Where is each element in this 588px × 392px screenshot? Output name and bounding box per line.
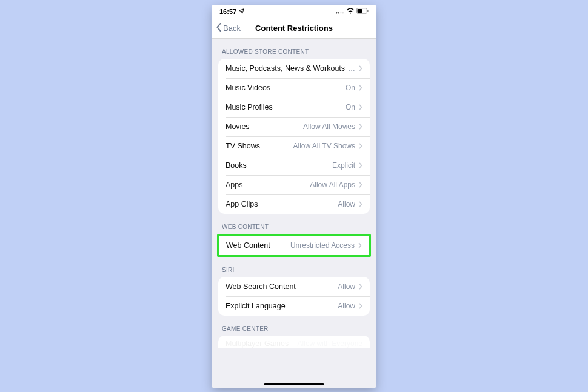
row-label: Music Profiles xyxy=(226,103,273,111)
section-header-allowed: ALLOWED STORE CONTENT xyxy=(212,39,376,59)
allowed-row-3[interactable]: MoviesAllow All Movies xyxy=(218,117,370,136)
row-label: Apps xyxy=(226,181,243,189)
row-value: Allow xyxy=(338,302,355,310)
home-indicator[interactable] xyxy=(264,383,324,385)
chevron-right-icon xyxy=(359,201,362,207)
content-scroll[interactable]: ALLOWED STORE CONTENT Music, Podcasts, N… xyxy=(212,39,376,388)
chevron-right-icon xyxy=(359,104,362,110)
row-multiplayer-games[interactable]: Multiplayer Games Allow with Everyone xyxy=(218,336,370,348)
allowed-row-7[interactable]: App ClipsAllow xyxy=(218,194,370,214)
row-label: Multiplayer Games xyxy=(226,339,289,348)
chevron-right-icon xyxy=(358,242,362,248)
allowed-row-2[interactable]: Music ProfilesOn xyxy=(218,98,370,117)
allowed-row-0[interactable]: Music, Podcasts, News & Workouts… xyxy=(218,59,370,78)
row-label: Web Search Content xyxy=(226,282,296,291)
allowed-row-5[interactable]: BooksExplicit xyxy=(218,156,370,175)
row-label: Music Videos xyxy=(226,84,270,92)
chevron-right-icon xyxy=(359,284,362,290)
svg-point-1 xyxy=(338,12,339,13)
row-label: TV Shows xyxy=(226,142,260,150)
row-label: Web Content xyxy=(226,241,270,250)
wifi-icon xyxy=(347,8,354,15)
chevron-right-icon xyxy=(359,162,362,168)
row-value: Allow xyxy=(338,282,355,291)
row-value: On xyxy=(346,103,355,111)
svg-point-0 xyxy=(336,12,337,13)
row-value: … xyxy=(348,64,355,73)
allowed-row-1[interactable]: Music VideosOn xyxy=(218,78,370,98)
siri-row-1[interactable]: Explicit LanguageAllow xyxy=(218,296,370,316)
group-allowed-store-content: Music, Podcasts, News & Workouts…Music V… xyxy=(218,59,370,214)
highlight-web-content: Web Content Unrestricted Access xyxy=(217,234,371,257)
section-header-siri: SIRI xyxy=(212,257,376,277)
section-header-gamecenter: GAME CENTER xyxy=(212,316,376,336)
row-label: App Clips xyxy=(226,200,258,208)
row-label: Explicit Language xyxy=(226,302,286,310)
svg-point-3 xyxy=(342,12,344,13)
row-label: Books xyxy=(226,161,247,170)
row-value: On xyxy=(346,84,355,92)
status-time: 16:57 xyxy=(219,8,236,15)
row-value: Unrestricted Access xyxy=(290,241,355,250)
nav-bar: Back Content Restrictions xyxy=(212,18,376,39)
back-label: Back xyxy=(223,24,241,33)
row-value: Allow All Movies xyxy=(303,122,355,131)
row-value: Explicit xyxy=(332,161,355,170)
chevron-left-icon xyxy=(216,23,222,33)
chevron-right-icon xyxy=(359,85,362,91)
signal-icon xyxy=(336,8,344,15)
allowed-row-4[interactable]: TV ShowsAllow All TV Shows xyxy=(218,136,370,156)
section-header-web: WEB CONTENT xyxy=(212,214,376,234)
back-button[interactable]: Back xyxy=(216,23,241,33)
status-bar: 16:57 xyxy=(212,5,376,18)
siri-row-0[interactable]: Web Search ContentAllow xyxy=(218,277,370,296)
row-value: Allow with Everyone xyxy=(298,339,362,348)
svg-point-2 xyxy=(340,12,341,13)
battery-icon xyxy=(356,8,369,15)
row-value: Allow xyxy=(338,200,355,208)
svg-rect-5 xyxy=(358,8,362,12)
phone-frame: 16:57 Back Content Restrictions xyxy=(212,5,376,388)
chevron-right-icon xyxy=(359,124,362,130)
chevron-right-icon xyxy=(359,65,362,71)
group-gamecenter: Multiplayer Games Allow with Everyone xyxy=(218,336,370,348)
svg-rect-6 xyxy=(367,10,369,12)
location-icon xyxy=(239,8,244,15)
row-value: Allow All TV Shows xyxy=(293,142,356,150)
allowed-row-6[interactable]: AppsAllow All Apps xyxy=(218,175,370,194)
chevron-right-icon xyxy=(359,182,362,188)
row-web-content[interactable]: Web Content Unrestricted Access xyxy=(219,236,369,255)
chevron-right-icon xyxy=(359,303,362,309)
row-label: Movies xyxy=(226,122,250,131)
group-siri: Web Search ContentAllowExplicit Language… xyxy=(218,277,370,316)
row-label: Music, Podcasts, News & Workouts xyxy=(226,64,345,73)
row-value: Allow All Apps xyxy=(310,181,355,189)
chevron-right-icon xyxy=(359,143,362,149)
